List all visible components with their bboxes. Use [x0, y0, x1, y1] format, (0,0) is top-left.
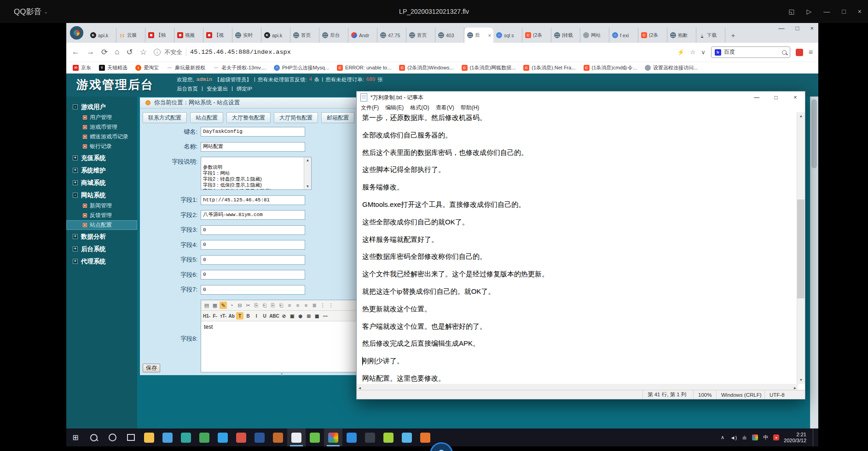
expand-toggle-icon[interactable]: + — [73, 234, 78, 239]
security-info-icon[interactable]: i — [154, 49, 161, 56]
editor-icon-preview[interactable]: ▦ — [211, 302, 219, 309]
browser-tab[interactable]: 视频 × — [174, 28, 203, 43]
new-tab-button[interactable]: + — [727, 28, 739, 43]
editor-icon-insert-table[interactable]: ⊞ — [305, 312, 312, 320]
browser-tab[interactable]: api.k × — [87, 28, 116, 43]
player-control-icon-minimize[interactable]: — — [823, 8, 830, 15]
text-field[interactable]: 0 — [201, 285, 305, 295]
editor-icon-insert-image[interactable]: ▣ — [289, 312, 296, 320]
editor-icon-copy[interactable]: ⎘ — [253, 302, 260, 309]
sidebar-item[interactable]: + 数据分析 — [66, 231, 137, 242]
browser-tab[interactable]: 403 × — [435, 28, 464, 43]
nav-icon-home[interactable]: ⌂ — [115, 47, 119, 57]
browser-window-control-close[interactable]: × — [810, 25, 814, 32]
sidebar-item[interactable]: + 代理系统 — [66, 256, 137, 267]
quick-link-logout[interactable]: 安全退出 — [207, 86, 228, 92]
editor-icon-strikethrough[interactable]: ABC — [269, 312, 279, 320]
tray-icon-volume[interactable]: ◄) — [730, 435, 737, 440]
notepad-menu-item[interactable]: 文件(F) — [358, 104, 382, 112]
expand-toggle-icon[interactable]: + — [73, 155, 78, 160]
bookmark-item[interactable]: (1条消息).Net Fra... — [523, 64, 575, 71]
nav-icon-back[interactable]: ← — [72, 47, 80, 57]
bookmark-item[interactable]: (1条消息)cmd命令... — [584, 64, 637, 71]
sidebar-item[interactable]: 银行记录 — [66, 142, 137, 151]
browser-menu-icon[interactable]: ≡ — [809, 48, 813, 57]
search-icon[interactable] — [782, 50, 787, 55]
editor-content[interactable]: test — [201, 321, 363, 372]
editor-icon-horizontal-rule[interactable]: — — [322, 312, 329, 320]
nav-icon-favorite[interactable]: ☆ — [140, 47, 147, 57]
editor-icon-grid[interactable]: ▦ — [313, 312, 321, 320]
sidebar-item[interactable]: + 商城系统 — [66, 177, 137, 188]
cortana-button[interactable] — [103, 428, 122, 446]
notepad-text-area[interactable]: 第一步，还原数据库。然后修改机器码。全部改成你们自己服务器的。然后这个表里面的数… — [357, 112, 805, 384]
sidebar-item[interactable]: + 后台系统 — [66, 243, 137, 255]
expand-toggle-icon[interactable]: - — [73, 104, 78, 109]
browser-tab[interactable]: 云服 × — [116, 28, 145, 43]
bookmark-item[interactable]: 天猫精选 — [99, 64, 127, 71]
text-field[interactable]: 0 — [201, 270, 305, 280]
taskbar-app-android-emulator[interactable] — [379, 428, 398, 446]
taskbar-app-store[interactable] — [177, 428, 195, 446]
sidebar-item[interactable]: 新闻管理 — [66, 201, 137, 211]
sidebar-item[interactable]: 用户管理 — [66, 113, 137, 122]
editor-icon-unordered-list[interactable]: ⋮ — [327, 302, 335, 309]
notepad-menu-item[interactable]: 格式(O) — [407, 104, 432, 112]
bookmark-item[interactable]: 趣玩最新授权 — [167, 64, 205, 71]
browser-tab[interactable]: 【视 × — [203, 28, 232, 43]
browser-tab[interactable]: 网站 × — [580, 28, 609, 43]
notepad-menu-item[interactable]: 编辑(E) — [382, 104, 407, 112]
editor-icon-paste-word[interactable]: ⎘ — [269, 302, 277, 309]
sidebar-item[interactable]: 站点配置 — [66, 220, 137, 230]
url-text[interactable]: 45.125.46.45:888/index.aspx — [190, 49, 291, 56]
sidebar-item[interactable]: - 游戏用户 — [66, 101, 137, 113]
browser-tab[interactable]: 首页 × — [406, 28, 435, 43]
taskbar-app-ie[interactable] — [214, 428, 232, 446]
browser-window-control-minimize[interactable]: — — [779, 25, 785, 32]
sidebar-item[interactable]: 游戏币管理 — [66, 122, 137, 132]
extension-badge-icon[interactable] — [796, 49, 803, 56]
browser-tab[interactable]: 实时 × — [232, 28, 261, 43]
editor-icon-align-right[interactable]: ≡ — [302, 302, 310, 309]
editor-icon-paste[interactable]: ⎗ — [261, 302, 268, 309]
config-tab[interactable]: 大厅简包配置 — [274, 112, 318, 123]
notepad-menu-item[interactable]: 帮助(H) — [457, 104, 483, 112]
sidebar-item[interactable]: - 网站系统 — [66, 189, 137, 201]
browser-tab[interactable]: |转载 × — [551, 28, 580, 43]
bookmark-item[interactable]: ERROR: unable to... — [337, 65, 391, 71]
player-control-icon-pin-to-top[interactable]: ▷ — [807, 8, 812, 15]
browser-tab[interactable]: 下载 × — [696, 28, 725, 43]
text-field[interactable]: 0 — [201, 240, 305, 250]
expand-toggle-icon[interactable]: + — [73, 246, 78, 251]
editor-icon-paste-text[interactable]: ⎗ — [278, 302, 285, 309]
nav-icon-forward[interactable]: → — [87, 47, 94, 57]
taskbar-app-chrome[interactable] — [324, 428, 342, 446]
bookmark-item[interactable]: 京东 — [73, 64, 91, 71]
bookmark-item[interactable]: (2条消息)Windows... — [399, 64, 453, 71]
browser-tab[interactable]: 首页 × — [290, 28, 319, 43]
taskbar-app-media-player[interactable] — [232, 428, 250, 446]
taskbar-app-search-app[interactable] — [361, 428, 379, 446]
editor-icon-align-left[interactable]: ≡ — [286, 302, 293, 309]
taskbar-app-word[interactable] — [250, 428, 269, 446]
editor-icon-eraser[interactable]: ⊘ — [280, 312, 288, 320]
config-tab[interactable]: 邮箱配置 — [321, 112, 354, 123]
scroll-right-icon[interactable]: ▸ — [794, 385, 796, 390]
taskbar-app-firefox[interactable] — [416, 428, 434, 446]
notepad-titlebar[interactable]: *万利录制.txt - 记事本 —□× — [357, 91, 805, 103]
browser-tab[interactable]: 后台 × — [319, 28, 348, 43]
text-field[interactable]: 八爷源码-www.81ym.com — [201, 210, 305, 220]
editor-icon-align-center[interactable]: ≡ — [294, 302, 301, 309]
tray-icon-chevron-up[interactable]: ∧ — [720, 434, 726, 440]
quick-link-bind-ip[interactable]: 绑定IP — [237, 86, 252, 92]
taskbar-app-browser-360[interactable] — [195, 428, 214, 446]
editor-icon-brush[interactable]: ✎ — [220, 302, 227, 309]
browser-tab[interactable]: 后 × — [464, 28, 493, 43]
editor-icon-italic[interactable]: I — [253, 312, 260, 320]
tray-icon-recorder-badge[interactable]: ● — [773, 434, 779, 440]
editor-icon-font-size[interactable]: тT- — [220, 312, 227, 320]
bookmark-item[interactable]: 设置远程连接访问... — [645, 64, 698, 71]
scroll-up-icon[interactable]: ▲ — [797, 112, 805, 120]
taskbar-app-qq[interactable] — [398, 428, 416, 446]
page-scrollbar[interactable] — [810, 97, 818, 428]
